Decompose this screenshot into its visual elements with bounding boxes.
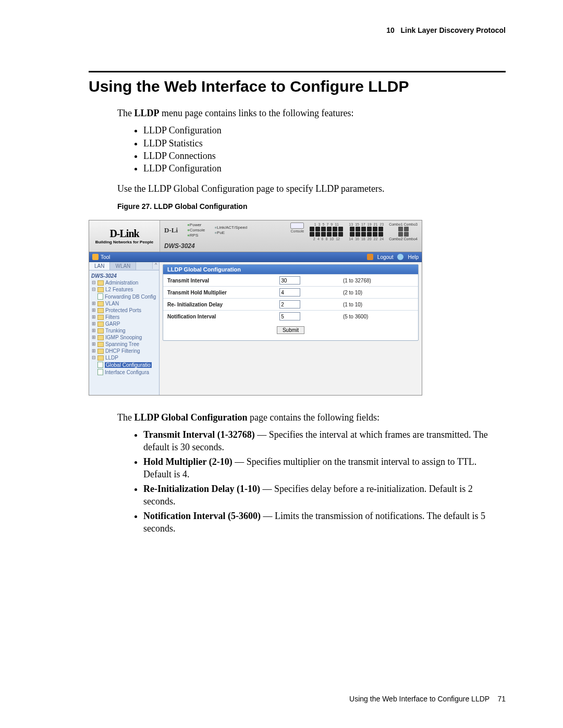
- banner: D-Link Building Networks for People D-Li…: [89, 220, 422, 252]
- combo-label-top: Combo1 Combo3: [389, 223, 418, 226]
- tree-lldp[interactable]: ⊟LLDP: [91, 354, 158, 361]
- config-table: Transmit Interval (1 to 32768) Transmit …: [163, 274, 418, 322]
- folder-icon: [97, 328, 104, 334]
- field-label: Transmit Hold Multiplier: [163, 287, 275, 299]
- sidebar-tabs: LAN WLAN ^: [89, 262, 159, 270]
- page-number: 71: [497, 695, 506, 703]
- tree-garp[interactable]: ⊞GARP: [91, 320, 158, 327]
- folder-icon: [97, 349, 104, 354]
- field-range: (5 to 3600): [339, 311, 418, 323]
- transmit-interval-input[interactable]: [279, 276, 300, 285]
- fields-intro: The LLDP Global Configuration page conta…: [117, 411, 506, 424]
- tree-admin[interactable]: ⊟Administration: [91, 279, 158, 286]
- folder-icon: [97, 280, 104, 286]
- tree-vlan[interactable]: ⊞VLAN: [91, 300, 158, 307]
- screenshot: D-Link Building Networks for People D-Li…: [89, 220, 422, 396]
- brand-logo: D-Link: [109, 228, 139, 240]
- table-row: Transmit Interval (1 to 32768): [163, 275, 418, 287]
- scroll-up-icon[interactable]: ^: [152, 262, 159, 269]
- folder-icon: [97, 322, 104, 327]
- config-panel: LLDP Global Configuration Transmit Inter…: [163, 264, 419, 341]
- panel-title: LLDP Global Configuration: [163, 265, 418, 274]
- combo-label-bot: Combo2 Combo4: [389, 237, 418, 241]
- tab-wlan[interactable]: WLAN: [110, 262, 136, 270]
- help-link[interactable]: Help: [408, 254, 419, 260]
- device-area: D-Li Power Console RPS Link/ACT/Speed Po…: [160, 220, 422, 252]
- figure-caption: Figure 27. LLDP Global Configuration: [117, 202, 506, 211]
- table-row: Re- Initialization Delay (1 to 10): [163, 299, 418, 311]
- tree-dhcp[interactable]: ⊞DHCP Filtering: [91, 348, 158, 354]
- tree-trunk[interactable]: ⊞Trunking: [91, 327, 158, 334]
- nav-tree: DWS-3024 ⊟Administration ⊟L2 Features Fo…: [89, 270, 159, 378]
- sidebar: LAN WLAN ^ DWS-3024 ⊟Administration ⊟L2 …: [89, 262, 160, 395]
- tree-l2[interactable]: ⊟L2 Features: [91, 286, 158, 293]
- toolbar: Tool Logout Help: [89, 252, 422, 262]
- list-item: Hold Multiplier (2-10) — Specifies multi…: [143, 456, 506, 481]
- main-panel: LLDP Global Configuration Transmit Inter…: [160, 262, 422, 395]
- tool-label[interactable]: Tool: [101, 254, 110, 260]
- page-icon: [97, 369, 103, 375]
- tree-fdb[interactable]: Forwarding DB Config: [91, 293, 158, 300]
- tree-global-config[interactable]: Global Configuratio: [91, 361, 158, 368]
- field-descriptions: Transmit Interval (1-32768) — Specifies …: [133, 429, 506, 535]
- submit-button[interactable]: Submit: [277, 326, 304, 334]
- tool-icon[interactable]: [92, 254, 99, 260]
- tab-lan[interactable]: LAN: [89, 262, 110, 270]
- status-leds: Power Console RPS: [187, 223, 205, 238]
- list-item: Transmit Interval (1-32768) — Specifies …: [143, 429, 506, 454]
- table-row: Notification Interval (5 to 3600): [163, 311, 418, 323]
- folder-icon: [97, 335, 104, 340]
- port-graphic: Console 1357911 24681012: [290, 223, 418, 241]
- reinit-delay-input[interactable]: [279, 300, 300, 309]
- console-label: Console: [291, 229, 304, 233]
- page-icon: [97, 362, 103, 368]
- chapter-number: 10: [386, 26, 395, 34]
- field-range: (1 to 32768): [339, 275, 418, 287]
- field-range: (2 to 10): [339, 287, 418, 299]
- footer-text: Using the Web Interface to Configure LLD…: [349, 695, 489, 703]
- console-port-icon: [290, 223, 304, 229]
- list-item: LLDP Configuration: [143, 163, 506, 175]
- list-item: LLDP Connections: [143, 150, 506, 162]
- logo-area: D-Link Building Networks for People: [89, 220, 160, 252]
- tree-filters[interactable]: ⊞Filters: [91, 314, 158, 320]
- field-label: Notification Interval: [163, 311, 275, 323]
- help-icon[interactable]: [397, 254, 403, 260]
- folder-icon: [97, 342, 104, 347]
- folder-icon: [97, 301, 104, 306]
- folder-icon: [97, 308, 104, 313]
- model-label: DWS-3024: [164, 242, 195, 250]
- mode-leds: Link/ACT/Speed PoE: [214, 225, 247, 235]
- folder-icon: [97, 315, 104, 320]
- field-label: Re- Initialization Delay: [163, 299, 275, 311]
- list-item: LLDP Statistics: [143, 138, 506, 150]
- intro-paragraph: The LLDP menu page contains links to the…: [117, 107, 506, 119]
- tree-prot[interactable]: ⊞Protected Ports: [91, 307, 158, 314]
- chapter-title: Link Layer Discovery Protocol: [400, 26, 506, 34]
- page-header: 10 Link Layer Discovery Protocol: [89, 26, 506, 34]
- tree-igmp[interactable]: ⊞IGMP Snooping: [91, 334, 158, 341]
- tree-interface-config[interactable]: Interface Configura: [91, 368, 158, 376]
- table-row: Transmit Hold Multiplier (2 to 10): [163, 287, 418, 299]
- notification-interval-input[interactable]: [279, 312, 300, 320]
- hold-multiplier-input[interactable]: [279, 288, 300, 297]
- section-title: Using the Web Interface to Configure LLD…: [89, 71, 506, 95]
- brand-tagline: Building Networks for People: [95, 240, 154, 244]
- folder-icon: [97, 355, 104, 361]
- list-item: LLDP Configuration: [143, 125, 506, 137]
- features-list: LLDP Configuration LLDP Statistics LLDP …: [133, 125, 506, 175]
- logout-link[interactable]: Logout: [377, 254, 394, 260]
- list-item: Notification Interval (5-3600) — Limits …: [143, 510, 506, 535]
- brand-echo: D-Li: [164, 226, 178, 235]
- logout-icon[interactable]: [367, 254, 373, 260]
- tree-device[interactable]: DWS-3024: [91, 273, 158, 279]
- tree-span[interactable]: ⊞Spanning Tree: [91, 341, 158, 348]
- field-range: (1 to 10): [339, 299, 418, 311]
- folder-icon: [97, 287, 104, 292]
- field-label: Transmit Interval: [163, 275, 275, 287]
- page-icon: [97, 293, 103, 300]
- usage-paragraph: Use the LLDP Global Configuration page t…: [117, 182, 506, 195]
- list-item: Re-Initialization Delay (1-10) — Specifi…: [143, 483, 506, 508]
- page-footer: Using the Web Interface to Configure LLD…: [349, 695, 506, 703]
